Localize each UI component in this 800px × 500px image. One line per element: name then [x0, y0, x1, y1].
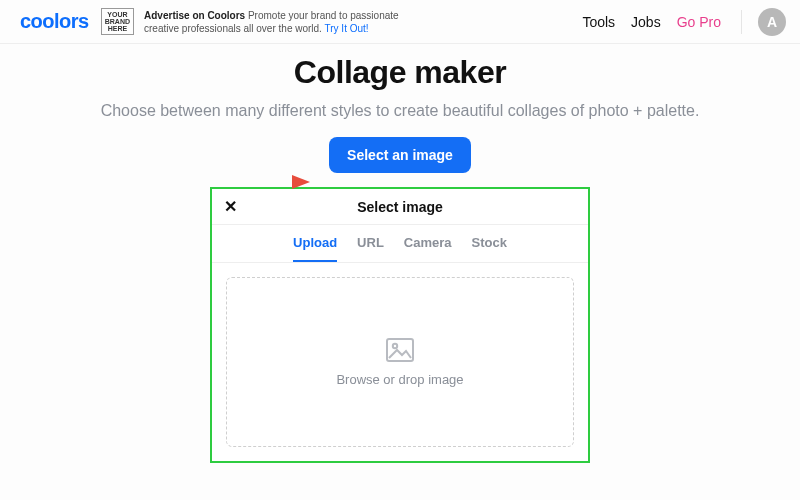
brand-badge-line: BRAND: [105, 18, 130, 25]
ad-title: Advertise on Coolors: [144, 10, 245, 21]
ad-brand-badge: YOUR BRAND HERE: [101, 8, 134, 35]
image-icon: [386, 338, 414, 362]
page-title: Collage maker: [0, 54, 800, 91]
ad-cta-link[interactable]: Try It Out!: [325, 23, 369, 34]
svg-point-3: [393, 343, 397, 347]
select-image-modal: ✕ Select image Upload URL Camera Stock B…: [210, 187, 590, 463]
svg-rect-2: [387, 339, 413, 361]
dropzone-label: Browse or drop image: [336, 372, 463, 387]
brand-badge-line: YOUR: [105, 11, 130, 18]
modal-title: Select image: [242, 199, 558, 215]
logo[interactable]: coolors: [20, 10, 89, 33]
tab-stock[interactable]: Stock: [472, 235, 507, 262]
tab-camera[interactable]: Camera: [404, 235, 452, 262]
tab-upload[interactable]: Upload: [293, 235, 337, 262]
top-header: coolors YOUR BRAND HERE Advertise on Coo…: [0, 0, 800, 44]
hero-section: Collage maker Choose between many differ…: [0, 54, 800, 173]
brand-badge-line: HERE: [105, 25, 130, 32]
avatar[interactable]: A: [758, 8, 786, 36]
nav-divider: [741, 10, 742, 34]
close-icon[interactable]: ✕: [224, 197, 242, 216]
modal-header: ✕ Select image: [212, 189, 588, 225]
nav-jobs[interactable]: Jobs: [631, 14, 661, 30]
header-ad: Advertise on Coolors Promote your brand …: [144, 9, 404, 35]
top-nav: Tools Jobs Go Pro A: [582, 8, 786, 36]
modal-tabs: Upload URL Camera Stock: [212, 225, 588, 263]
select-image-button[interactable]: Select an image: [329, 137, 471, 173]
page-subtitle: Choose between many different styles to …: [0, 99, 800, 123]
upload-dropzone[interactable]: Browse or drop image: [226, 277, 574, 447]
nav-go-pro[interactable]: Go Pro: [677, 14, 721, 30]
nav-tools[interactable]: Tools: [582, 14, 615, 30]
tab-url[interactable]: URL: [357, 235, 384, 262]
